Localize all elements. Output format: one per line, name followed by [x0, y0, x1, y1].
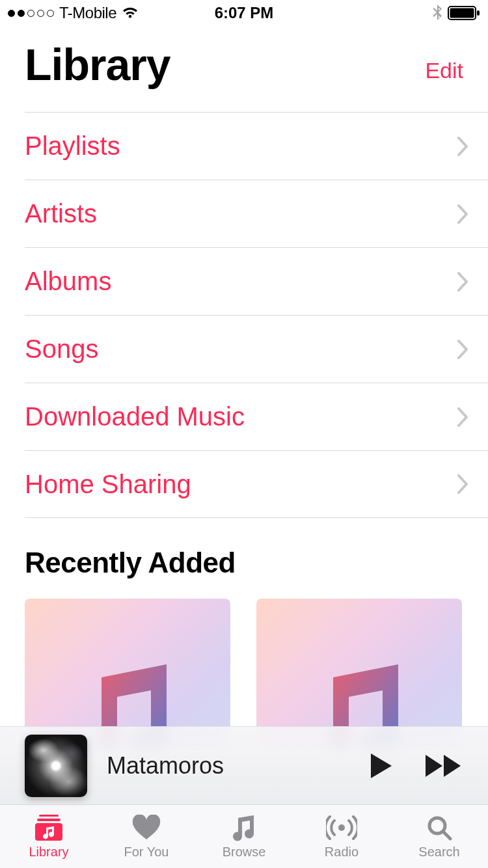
tab-label: Library	[29, 845, 68, 860]
tab-library[interactable]: Library	[0, 805, 98, 868]
tab-bar: Library For You Browse Radio Search	[0, 804, 488, 868]
tab-label: Radio	[325, 845, 359, 860]
category-label: Playlists	[25, 131, 457, 161]
next-track-button[interactable]	[424, 753, 463, 778]
tab-label: For You	[124, 845, 169, 860]
category-label: Albums	[25, 267, 457, 296]
chevron-right-icon	[457, 204, 488, 224]
chevron-right-icon	[457, 340, 488, 359]
tab-for-you[interactable]: For You	[98, 805, 195, 868]
chevron-right-icon	[457, 272, 488, 292]
signal-strength-icon	[8, 10, 54, 17]
library-icon	[35, 813, 62, 842]
tab-browse[interactable]: Browse	[195, 805, 293, 868]
edit-button[interactable]: Edit	[425, 58, 463, 90]
play-button[interactable]	[370, 752, 393, 780]
heart-icon	[131, 813, 161, 842]
svg-point-6	[338, 824, 345, 831]
mini-player[interactable]: Matamoros	[0, 726, 488, 804]
status-bar: T-Mobile 6:07 PM	[0, 0, 488, 26]
now-playing-artwork	[25, 735, 87, 797]
chevron-right-icon	[457, 474, 488, 494]
wifi-icon	[122, 7, 139, 20]
music-note-icon	[232, 813, 256, 842]
carrier-label: T-Mobile	[59, 4, 116, 22]
category-playlists[interactable]: Playlists	[25, 112, 488, 180]
svg-rect-1	[450, 8, 474, 18]
album-tile[interactable]	[256, 599, 462, 747]
category-label: Home Sharing	[25, 470, 457, 499]
tab-radio[interactable]: Radio	[293, 805, 390, 868]
svg-rect-2	[477, 10, 480, 16]
category-label: Artists	[25, 199, 457, 228]
svg-rect-5	[35, 823, 62, 841]
search-icon	[426, 813, 452, 842]
now-playing-title: Matamoros	[107, 752, 350, 780]
svg-rect-4	[37, 819, 61, 821]
category-albums[interactable]: Albums	[25, 247, 488, 315]
category-label: Songs	[25, 334, 457, 364]
category-label: Downloaded Music	[25, 402, 457, 431]
recently-added-grid[interactable]	[0, 599, 488, 747]
chevron-right-icon	[457, 407, 488, 427]
category-artists[interactable]: Artists	[25, 180, 488, 247]
tab-search[interactable]: Search	[390, 805, 488, 868]
category-songs[interactable]: Songs	[25, 315, 488, 383]
svg-rect-3	[39, 815, 59, 817]
page-title: Library	[25, 39, 170, 90]
category-home-sharing[interactable]: Home Sharing	[25, 450, 488, 518]
radio-icon	[326, 813, 357, 842]
battery-icon	[448, 5, 480, 21]
tab-label: Browse	[223, 845, 266, 860]
library-category-list: Playlists Artists Albums Songs Downloade…	[0, 112, 488, 518]
recently-added-heading: Recently Added	[0, 518, 488, 599]
svg-line-8	[444, 832, 450, 839]
bluetooth-icon	[432, 5, 442, 21]
album-tile[interactable]	[25, 599, 230, 747]
category-downloaded-music[interactable]: Downloaded Music	[25, 383, 488, 450]
chevron-right-icon	[457, 137, 488, 156]
status-time: 6:07 PM	[215, 4, 274, 22]
tab-label: Search	[418, 845, 459, 860]
